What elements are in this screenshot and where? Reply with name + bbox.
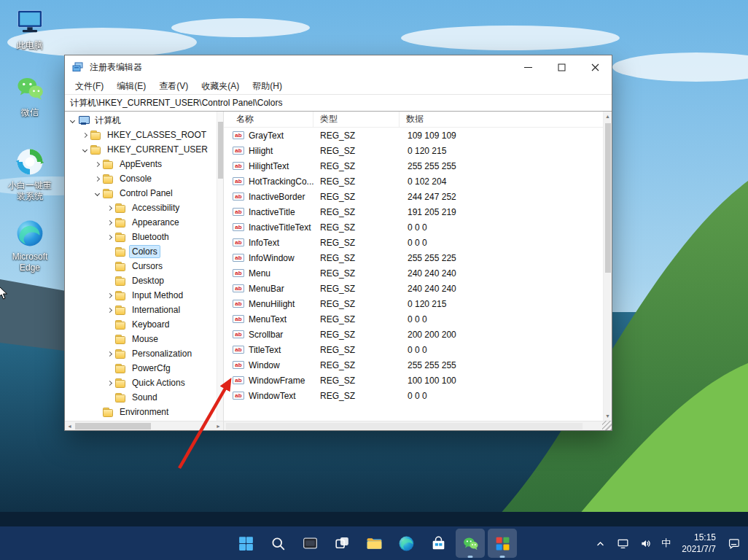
tree-node-cursors[interactable]: Cursors [65, 259, 223, 273]
menu-help[interactable]: 帮助(H) [246, 80, 289, 93]
close-button[interactable] [578, 55, 612, 79]
menu-view[interactable]: 查看(V) [152, 80, 195, 93]
tree-node-bluetooth[interactable]: Bluetooth [65, 230, 223, 244]
volume-icon[interactable] [634, 529, 657, 558]
input-method-indicator[interactable]: 中 [657, 529, 675, 558]
scrollbar-thumb[interactable] [75, 423, 151, 429]
menu-edit[interactable]: 编辑(E) [110, 80, 152, 93]
store-taskbar-icon[interactable] [424, 529, 453, 558]
minimize-button[interactable] [511, 55, 545, 79]
value-row-inactivetitletext[interactable]: abInactiveTitleTextREG_SZ0 0 0 [224, 219, 612, 235]
column-header-name[interactable]: 名称 [224, 112, 313, 127]
notification-center-button[interactable] [722, 529, 745, 558]
value-row-infowindow[interactable]: abInfoWindowREG_SZ255 255 225 [224, 250, 612, 265]
menu-file[interactable]: 文件(F) [69, 80, 110, 93]
chevron-right-icon[interactable] [105, 308, 114, 312]
clock[interactable]: 15:15 2021/7/7 [675, 532, 722, 555]
tree-node-input-method[interactable]: Input Method [65, 288, 223, 303]
tree-node-control-panel[interactable]: Control Panel [65, 186, 223, 201]
tree-node-powercfg[interactable]: PowerCfg [65, 361, 223, 376]
tree-node-sound[interactable]: Sound [65, 390, 223, 405]
desktop-icon-edge[interactable]: Microsoft Edge [4, 217, 55, 273]
tree-node-colors[interactable]: Colors [65, 244, 223, 259]
scrollbar-thumb[interactable] [605, 123, 611, 273]
tree-node-keyboard[interactable]: Keyboard [65, 317, 223, 332]
tree-node-desktop[interactable]: Desktop [65, 273, 223, 288]
chevron-down-icon[interactable] [68, 119, 77, 122]
tree-node-computer[interactable]: 计算机 [65, 113, 223, 128]
chevron-down-icon[interactable] [93, 192, 102, 195]
network-icon[interactable] [612, 529, 634, 558]
desktop-icon-xiaobai[interactable]: 小白一键重装系统 [4, 146, 55, 202]
hidden-icons-button[interactable] [589, 529, 612, 558]
tree-horizontal-scrollbar[interactable]: ◄ ► [65, 421, 224, 430]
tree-node-mouse[interactable]: Mouse [65, 332, 223, 346]
chevron-right-icon[interactable] [105, 221, 114, 225]
tree-node-personalization[interactable]: Personalization [65, 346, 223, 361]
value-row-windowtext[interactable]: abWindowTextREG_SZ0 0 0 [224, 388, 612, 403]
chevron-right-icon[interactable] [105, 206, 114, 210]
desktop-icon-wechat[interactable]: 微信 [4, 73, 55, 118]
tree-node-appevents[interactable]: AppEvents [65, 157, 223, 171]
chevron-right-icon[interactable] [93, 163, 102, 166]
desktop-icon-this-pc[interactable]: 此电脑 [4, 6, 55, 51]
value-row-inactiveborder[interactable]: abInactiveBorderREG_SZ244 247 252 [224, 189, 612, 204]
scrollbar-thumb[interactable] [218, 122, 223, 179]
value-row-graytext[interactable]: abGrayTextREG_SZ109 109 109 [224, 128, 612, 143]
chevron-right-icon[interactable] [105, 294, 114, 298]
scroll-down-icon[interactable]: ▼ [605, 411, 610, 421]
value-row-menu[interactable]: abMenuREG_SZ240 240 240 [224, 265, 612, 281]
edge-taskbar-icon[interactable] [391, 529, 421, 558]
chevron-right-icon[interactable] [105, 352, 114, 356]
value-row-hilighttext[interactable]: abHilightTextREG_SZ255 255 255 [224, 158, 612, 174]
address-bar[interactable]: 计算机\HKEY_CURRENT_USER\Control Panel\Colo… [65, 94, 612, 112]
chevron-right-icon[interactable] [105, 236, 114, 239]
tree-vertical-scrollbar[interactable] [217, 112, 223, 421]
resize-grip[interactable] [602, 421, 612, 430]
value-data: 255 255 225 [400, 253, 612, 263]
chevron-right-icon[interactable] [93, 177, 102, 181]
value-row-windowframe[interactable]: abWindowFrameREG_SZ100 100 100 [224, 373, 612, 388]
list-vertical-scrollbar[interactable]: ▲ ▼ [603, 112, 612, 421]
column-header-data[interactable]: 数据 [400, 112, 612, 127]
value-data: 200 200 200 [400, 330, 612, 340]
chevron-right-icon[interactable] [80, 133, 90, 137]
tree-node-hkey-current-user[interactable]: HKEY_CURRENT_USER [65, 142, 223, 157]
value-row-inactivetitle[interactable]: abInactiveTitleREG_SZ191 205 219 [224, 204, 612, 219]
start-taskbar-icon[interactable] [231, 529, 260, 558]
value-row-menubar[interactable]: abMenuBarREG_SZ240 240 240 [224, 281, 612, 296]
scroll-up-icon[interactable]: ▲ [605, 112, 610, 121]
value-row-titletext[interactable]: abTitleTextREG_SZ0 0 0 [224, 342, 612, 357]
tree-node-hkey-classes-root[interactable]: HKEY_CLASSES_ROOT [65, 128, 223, 142]
value-row-menuhilight[interactable]: abMenuHilightREG_SZ0 120 215 [224, 296, 612, 311]
app-grid-taskbar-icon[interactable] [488, 529, 517, 558]
reg-sz-icon: ab [233, 223, 244, 231]
value-row-hottrackingco[interactable]: abHotTrackingCo...REG_SZ0 102 204 [224, 174, 612, 189]
scroll-right-icon[interactable]: ► [214, 424, 223, 429]
scroll-left-icon[interactable]: ◄ [65, 424, 74, 429]
menu-favorites[interactable]: 收藏夹(A) [195, 80, 246, 93]
tree-node-accessibility[interactable]: Accessibility [65, 201, 223, 215]
tree-node-appearance[interactable]: Appearance [65, 215, 223, 230]
tree-node-label: International [130, 304, 182, 316]
column-header-type[interactable]: 类型 [313, 112, 400, 127]
tree-node-environment[interactable]: Environment [65, 405, 223, 419]
widgets-taskbar-icon[interactable] [327, 529, 357, 558]
chevron-down-icon[interactable] [80, 148, 90, 152]
tree-node-quick-actions[interactable]: Quick Actions [65, 376, 223, 390]
wechat-taskbar-icon[interactable] [456, 529, 485, 558]
value-row-hilight[interactable]: abHilightREG_SZ0 120 215 [224, 143, 612, 158]
value-row-scrollbar[interactable]: abScrollbarREG_SZ200 200 200 [224, 327, 612, 342]
tree-node-console[interactable]: Console [65, 171, 223, 186]
chevron-right-icon[interactable] [105, 381, 114, 385]
tree-node-international[interactable]: International [65, 303, 223, 317]
title-bar[interactable]: 注册表编辑器 [65, 55, 612, 79]
search-taskbar-icon[interactable] [263, 529, 292, 558]
file-explorer-taskbar-icon[interactable] [359, 529, 389, 558]
task-view-taskbar-icon[interactable] [295, 529, 324, 558]
list-horizontal-scrollbar[interactable] [224, 421, 612, 430]
value-row-infotext[interactable]: abInfoTextREG_SZ0 0 0 [224, 235, 612, 250]
value-row-menutext[interactable]: abMenuTextREG_SZ0 0 0 [224, 311, 612, 327]
value-row-window[interactable]: abWindowREG_SZ255 255 255 [224, 357, 612, 373]
maximize-button[interactable] [545, 55, 578, 79]
